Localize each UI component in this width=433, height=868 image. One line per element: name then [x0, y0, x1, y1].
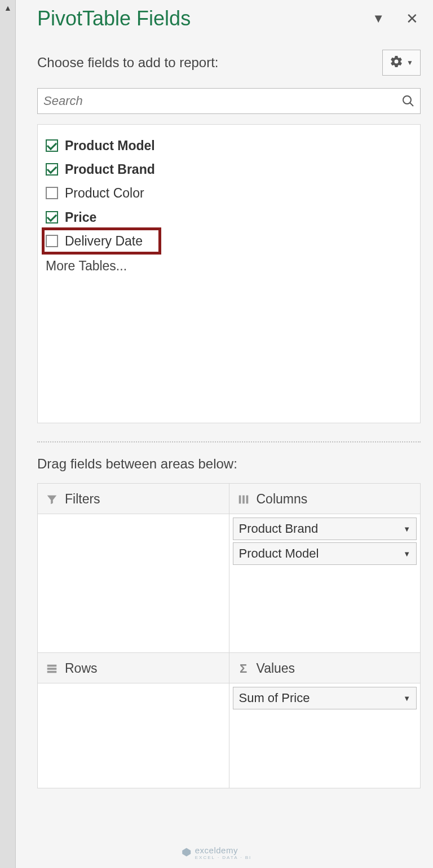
gear-icon — [390, 55, 403, 71]
area-header: Σ Values — [229, 653, 421, 683]
field-label: Price — [65, 208, 96, 226]
svg-rect-5 — [47, 664, 57, 667]
areas-grid: Filters Columns Product Brand ▼ Product … — [37, 483, 421, 788]
rows-icon — [46, 663, 58, 675]
pivottable-fields-panel: PivotTable Fields ▼ ✕ Choose fields to a… — [16, 0, 433, 868]
drop-item-label: Product Brand — [239, 521, 319, 536]
area-label: Rows — [65, 661, 98, 676]
header-controls: ▼ ✕ — [372, 10, 421, 28]
chevron-down-icon[interactable]: ▼ — [403, 550, 410, 558]
svg-rect-7 — [47, 670, 57, 673]
instruction-row: Choose fields to add to report: ▼ — [37, 50, 421, 76]
watermark-brand: exceldemy — [195, 845, 238, 855]
divider — [37, 441, 421, 442]
value-field-sum-of-price[interactable]: Sum of Price ▼ — [233, 687, 417, 709]
svg-rect-4 — [246, 495, 248, 503]
search-input[interactable] — [37, 88, 421, 114]
drag-instruction: Drag fields between areas below: — [37, 456, 421, 472]
watermark-sub: EXCEL · DATA · BI — [195, 855, 252, 860]
scroll-up-icon[interactable]: ▲ — [2, 2, 14, 14]
column-field-product-model[interactable]: Product Model ▼ — [233, 542, 417, 565]
field-label: Product Color — [65, 184, 144, 202]
instruction-text: Choose fields to add to report: — [37, 55, 219, 71]
columns-icon — [237, 493, 250, 506]
area-label: Filters — [65, 492, 100, 507]
chevron-down-icon: ▼ — [407, 59, 413, 67]
field-item-product-color[interactable]: Product Color — [43, 181, 414, 205]
panel-options-dropdown-icon[interactable]: ▼ — [372, 11, 385, 26]
filter-icon — [46, 493, 58, 506]
svg-rect-6 — [47, 668, 57, 670]
watermark: exceldemy EXCEL · DATA · BI — [182, 845, 252, 860]
search-icon[interactable] — [401, 94, 415, 108]
svg-point-0 — [403, 96, 411, 104]
columns-area[interactable]: Columns Product Brand ▼ Product Model ▼ — [229, 484, 421, 653]
panel-title: PivotTable Fields — [37, 7, 191, 30]
filters-dropzone[interactable] — [38, 514, 229, 652]
checkbox-icon[interactable] — [46, 235, 58, 247]
columns-dropzone[interactable]: Product Brand ▼ Product Model ▼ — [229, 514, 421, 652]
area-label: Columns — [257, 492, 308, 507]
field-item-delivery-date[interactable]: Delivery Date — [43, 229, 160, 253]
column-field-product-brand[interactable]: Product Brand ▼ — [233, 518, 417, 540]
field-label: Product Model — [65, 137, 155, 155]
chevron-down-icon[interactable]: ▼ — [403, 694, 410, 703]
area-header: Columns — [229, 484, 421, 514]
logo-icon — [182, 847, 192, 859]
drop-item-label: Product Model — [239, 546, 319, 561]
values-dropzone[interactable]: Sum of Price ▼ — [229, 683, 421, 788]
area-header: Filters — [38, 484, 229, 514]
field-label: Delivery Date — [65, 232, 143, 250]
field-item-product-model[interactable]: Product Model — [43, 134, 414, 157]
area-label: Values — [257, 661, 295, 676]
checkbox-icon[interactable] — [46, 163, 58, 176]
close-icon[interactable]: ✕ — [406, 10, 418, 28]
filters-area[interactable]: Filters — [38, 484, 229, 653]
field-item-price[interactable]: Price — [43, 205, 414, 229]
field-label: Product Brand — [65, 160, 155, 178]
svg-rect-2 — [238, 495, 241, 503]
area-header: Rows — [38, 653, 229, 683]
more-tables-link[interactable]: More Tables... — [43, 253, 414, 276]
values-area[interactable]: Σ Values Sum of Price ▼ — [229, 653, 421, 788]
svg-line-1 — [410, 103, 413, 106]
search-wrap — [37, 88, 421, 114]
scrollbar-track[interactable]: ▲ — [0, 0, 16, 868]
rows-dropzone[interactable] — [38, 683, 229, 788]
field-list: Product Model Product Brand Product Colo… — [37, 124, 421, 423]
checkbox-icon[interactable] — [46, 211, 58, 223]
tools-button[interactable]: ▼ — [382, 50, 421, 76]
panel-header: PivotTable Fields ▼ ✕ — [37, 7, 421, 30]
svg-rect-3 — [242, 495, 245, 503]
checkbox-icon[interactable] — [46, 187, 58, 199]
chevron-down-icon[interactable]: ▼ — [403, 525, 410, 533]
drop-item-label: Sum of Price — [239, 691, 310, 705]
rows-area[interactable]: Rows — [38, 653, 229, 788]
sigma-icon: Σ — [237, 663, 250, 675]
checkbox-icon[interactable] — [46, 139, 58, 152]
field-item-product-brand[interactable]: Product Brand — [43, 157, 414, 181]
